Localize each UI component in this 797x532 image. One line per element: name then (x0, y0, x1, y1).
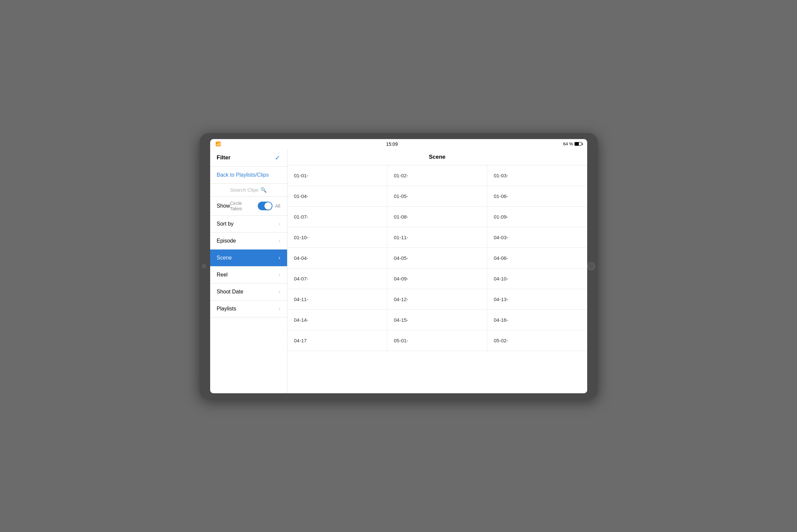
chevron-icon-scene: › (278, 255, 280, 261)
main-content: Filter ✓ Back to Playlists/Clips Search … (210, 149, 587, 393)
grid-cell[interactable]: 01-09- (487, 207, 587, 227)
grid-cell[interactable]: 01-06- (487, 186, 587, 207)
circle-takes-label: Circle Takes (230, 201, 255, 211)
status-bar: 📶 15:09 64 % (210, 139, 587, 149)
toggle-knob (265, 202, 272, 210)
chevron-icon-playlists: › (278, 306, 280, 312)
battery-icon-container (575, 142, 582, 146)
grid-cell[interactable]: 04-13- (487, 289, 587, 310)
grid-cell[interactable]: 05-02- (487, 330, 587, 351)
left-panel: Filter ✓ Back to Playlists/Clips Search … (210, 149, 287, 393)
grid-cell[interactable]: 04-03- (487, 227, 587, 248)
menu-item-sort-by[interactable]: Sort by › (210, 215, 287, 232)
menu-label-playlists: Playlists (217, 306, 236, 312)
status-left: 📶 (216, 141, 221, 146)
battery-label: 64 % (563, 141, 573, 146)
menu-label-reel: Reel (217, 272, 228, 278)
chevron-icon-episode: › (278, 238, 280, 244)
grid-cell[interactable]: 01-08- (387, 207, 487, 227)
grid-cell[interactable]: 04-14- (287, 310, 387, 330)
grid-cell[interactable]: 01-01- (287, 165, 387, 186)
tablet-frame: 📶 15:09 64 % Filter ✓ Back to Pl (199, 133, 598, 399)
battery-icon (575, 142, 582, 146)
show-row: Show Circle Takes All (210, 197, 287, 215)
circle-takes-toggle[interactable] (258, 202, 272, 210)
menu-label-scene: Scene (217, 255, 232, 261)
menu-label-sort-by: Sort by (217, 221, 234, 227)
grid-cell[interactable]: 01-10- (287, 227, 387, 248)
right-panel: Scene 01-01-01-02-01-03-01-04-01-05-01-0… (287, 149, 587, 393)
grid-cell[interactable]: 04-10- (487, 268, 587, 289)
grid-cell[interactable]: 04-04- (287, 248, 387, 268)
grid-cell[interactable]: 01-11- (387, 227, 487, 248)
chevron-icon-shoot-date: › (278, 289, 280, 295)
grid-cell[interactable]: 01-02- (387, 165, 487, 186)
menu-item-reel[interactable]: Reel › (210, 266, 287, 283)
tablet-screen: 📶 15:09 64 % Filter ✓ Back to Pl (210, 139, 587, 393)
grid-cell[interactable]: 04-12- (387, 289, 487, 310)
grid-cell[interactable]: 04-16- (487, 310, 587, 330)
status-right: 64 % (563, 141, 582, 146)
grid-cell[interactable]: 05-01- (387, 330, 487, 351)
menu-item-episode[interactable]: Episode › (210, 232, 287, 249)
right-side-button[interactable] (587, 262, 595, 270)
back-button[interactable]: Back to Playlists/Clips (210, 167, 287, 184)
grid-cell[interactable]: 01-07- (287, 207, 387, 227)
menu-item-playlists[interactable]: Playlists › (210, 300, 287, 318)
left-side-button[interactable] (202, 264, 206, 268)
show-label: Show (217, 203, 230, 209)
grid-cell[interactable]: 04-11- (287, 289, 387, 310)
grid-cell[interactable]: 04-06- (487, 248, 587, 268)
grid-cell[interactable]: 01-03- (487, 165, 587, 186)
checkmark-button[interactable]: ✓ (275, 154, 280, 162)
search-bar[interactable]: Search Clips 🔍 (210, 184, 287, 197)
filter-title: Filter (217, 154, 231, 161)
battery-fill (575, 142, 579, 146)
show-row-right: Circle Takes All (230, 201, 280, 211)
grid-cell[interactable]: 01-05- (387, 186, 487, 207)
menu-label-shoot-date: Shoot Date (217, 289, 243, 295)
wifi-icon: 📶 (216, 141, 221, 146)
menu-item-scene[interactable]: Scene › (210, 249, 287, 266)
menu-label-episode: Episode (217, 238, 236, 244)
status-time: 15:09 (386, 141, 398, 147)
grid-cell[interactable]: 04-17 (287, 330, 387, 351)
chevron-icon-sort-by: › (278, 221, 280, 227)
all-label: All (275, 203, 280, 209)
filter-header: Filter ✓ (210, 149, 287, 167)
menu-item-shoot-date[interactable]: Shoot Date › (210, 283, 287, 300)
grid-cell[interactable]: 04-09- (387, 268, 487, 289)
chevron-icon-reel: › (278, 272, 280, 278)
scene-grid: 01-01-01-02-01-03-01-04-01-05-01-06-01-0… (287, 165, 587, 351)
grid-cell[interactable]: 01-04- (287, 186, 387, 207)
search-placeholder: Search Clips (230, 187, 258, 193)
grid-cell[interactable]: 04-15- (387, 310, 487, 330)
search-icon: 🔍 (260, 187, 267, 193)
right-panel-title: Scene (287, 149, 587, 165)
grid-cell[interactable]: 04-07- (287, 268, 387, 289)
grid-cell[interactable]: 04-05- (387, 248, 487, 268)
